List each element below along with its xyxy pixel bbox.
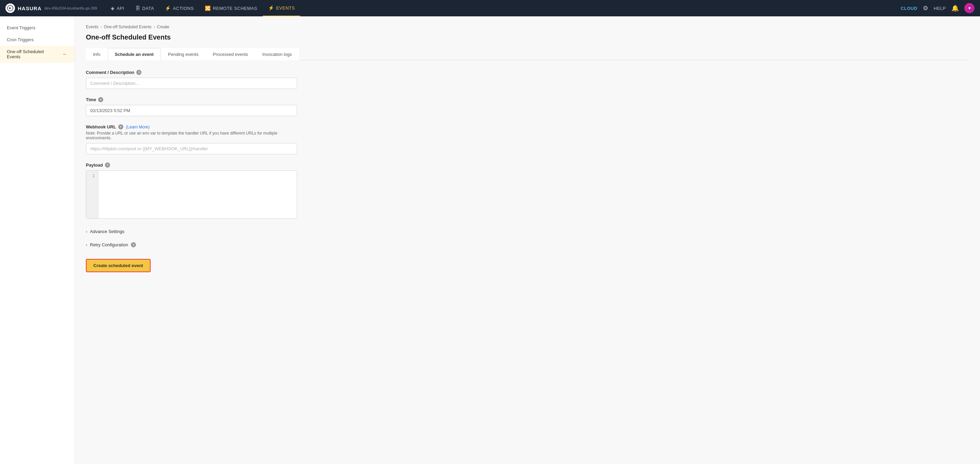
webhook-note: Note: Provide a URL or use an env var to… [86,131,297,140]
sidebar-item-cron-triggers[interactable]: Cron Triggers [0,34,75,46]
breadcrumb-events[interactable]: Events [86,24,99,29]
nav-item-api[interactable]: ◈ API [105,0,130,16]
top-nav: HASURA dev-45bc534-krushanfix-gs-399 ◈ A… [0,0,980,16]
form: Comment / Description ? Time ? Webhook U… [86,70,297,272]
time-help-icon[interactable]: ? [98,97,103,102]
nav-item-events[interactable]: ⚡ EVENTS [263,0,301,16]
cloud-link[interactable]: CLOUD [900,6,917,11]
user-avatar[interactable]: ♥ [964,3,975,13]
retry-config-header[interactable]: › Retry Configuration ? [86,240,297,249]
instance-label: dev-45bc534-krushanfix-gs-399 [44,6,97,10]
page-title: One-off Scheduled Events [86,33,969,41]
webhook-help-icon[interactable]: ? [118,124,123,129]
data-icon: 🗄 [135,5,140,11]
nav-item-actions[interactable]: ⚡ ACTIONS [159,0,199,16]
tab-schedule[interactable]: Schedule an event [108,48,161,60]
sidebar: Event Triggers Cron Triggers One-off Sch… [0,16,75,464]
sidebar-item-one-off-events[interactable]: One-off Scheduled Events ← [0,46,75,63]
hasura-logo-text: HASURA [18,5,41,11]
sidebar-item-event-triggers[interactable]: Event Triggers [0,22,75,34]
webhook-label-row: Webhook URL ? (Learn More) [86,124,297,129]
payload-help-icon[interactable]: ? [105,162,110,168]
payload-textarea[interactable] [99,171,297,218]
nav-right: CLOUD ⚙ HELP 🔔 ♥ [900,3,975,13]
payload-editor: 1 [86,170,297,219]
line-numbers: 1 [86,171,99,218]
api-icon: ◈ [111,5,115,11]
breadcrumb-sep-2: › [154,24,155,29]
advance-settings-header[interactable]: › Advance Settings [86,227,297,236]
payload-group: Payload ? 1 [86,162,297,219]
tab-info[interactable]: Info [86,48,108,60]
breadcrumb-sep-1: › [100,24,102,29]
tab-invocation[interactable]: Invocation logs [255,48,299,60]
nav-logo[interactable]: HASURA dev-45bc534-krushanfix-gs-399 [5,3,97,13]
time-label: Time ? [86,97,297,102]
comment-group: Comment / Description ? [86,70,297,89]
breadcrumb: Events › One-off Scheduled Events › Crea… [86,24,969,29]
comment-input[interactable] [86,78,297,89]
events-icon: ⚡ [268,5,274,11]
advance-settings-chevron-icon: › [86,229,87,234]
active-arrow-icon: ← [62,51,68,57]
webhook-label: Webhook URL ? [86,124,123,129]
create-scheduled-event-button[interactable]: Create scheduled event [86,259,151,272]
payload-label: Payload ? [86,162,297,168]
main-content: Events › One-off Scheduled Events › Crea… [75,16,980,464]
actions-icon: ⚡ [165,5,171,11]
hasura-logo-icon [5,3,15,13]
webhook-input[interactable] [86,143,297,154]
settings-icon[interactable]: ⚙ [923,5,928,12]
advance-settings-section: › Advance Settings [86,227,297,236]
comment-help-icon[interactable]: ? [136,70,142,75]
time-input[interactable] [86,105,297,116]
help-link[interactable]: HELP [934,6,946,11]
tab-processed[interactable]: Processed events [205,48,255,60]
learn-more-link[interactable]: (Learn More) [126,125,150,129]
comment-label: Comment / Description ? [86,70,297,75]
retry-config-chevron-icon: › [86,243,87,247]
nav-item-data[interactable]: 🗄 DATA [130,0,159,16]
breadcrumb-one-off[interactable]: One-off Scheduled Events [104,24,152,29]
retry-config-section: › Retry Configuration ? [86,240,297,249]
nav-item-remote-schemas[interactable]: 🔀 REMOTE SCHEMAS [199,0,263,16]
remote-schemas-icon: 🔀 [205,5,211,11]
webhook-group: Webhook URL ? (Learn More) Note: Provide… [86,124,297,154]
breadcrumb-create: Create [157,24,169,29]
tabs: Info Schedule an event Pending events Pr… [86,48,969,60]
tab-pending[interactable]: Pending events [161,48,206,60]
layout: Event Triggers Cron Triggers One-off Sch… [0,16,980,464]
notifications-icon[interactable]: 🔔 [951,5,959,12]
nav-items: ◈ API 🗄 DATA ⚡ ACTIONS 🔀 REMOTE SCHEMAS … [105,0,900,16]
time-group: Time ? [86,97,297,116]
retry-config-help-icon[interactable]: ? [131,242,136,247]
